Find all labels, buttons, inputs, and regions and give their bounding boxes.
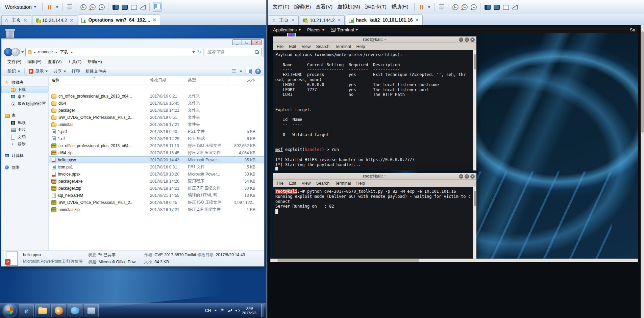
sidebar-group-收藏夹[interactable]: 收藏夹 [1,79,48,86]
minimize-button[interactable]: — [459,174,463,179]
menu-item-Terminal[interactable]: Terminal [332,180,353,186]
tab-close-icon[interactable]: ✕ [291,18,295,23]
revert-snapshot-icon[interactable]: ◂ [461,3,468,11]
close-button[interactable]: ✕ [252,39,262,45]
menu-item-帮助(H)[interactable]: 帮助(H) [85,58,104,66]
menu-item-查看(V)[interactable]: 查看(V) [45,58,65,66]
menu-item-帮助(H)[interactable]: 帮助(H) [389,3,411,11]
table-row[interactable]: SW_DVD5_Office_Professional_Plus_2...201… [49,114,264,121]
table-row[interactable]: sql_help.CHM2017/8/21 14:55编译的 HTML 帮...… [49,192,264,199]
sidebar-item-音乐[interactable]: 音乐 [1,140,48,148]
table-row[interactable]: 1.ps12017/8/16 0:40PS1 文件5 KB [49,128,264,135]
panel-clock[interactable]: Sa [630,27,635,32]
sidebar-group-计算机[interactable]: 计算机 [1,152,48,159]
organize-button[interactable]: 组织 [5,67,23,76]
manage-snapshots-icon[interactable]: ● [470,3,477,11]
terminal-output[interactable]: root@kali:~# python cve-2017-8570_toolki… [273,187,473,259]
terminal-scrollbar[interactable] [473,50,476,170]
vm-tab-10.21.144.2[interactable]: 10.21.144.2✕ [32,15,77,25]
sidebar-group-库[interactable]: 库 [1,112,48,119]
table-row[interactable]: hello.ppsx2017/8/20 14:43Microsoft Power… [49,156,264,163]
help-icon[interactable]: ? [255,69,261,74]
pause-icon[interactable] [418,3,425,11]
console-vertical-scrollbar[interactable] [641,25,644,318]
terminal-output[interactable]: Payload options (windows/meterpreter/rev… [273,50,473,170]
breadcrumb[interactable]: ▸ manage ▸ 下载 ▸ ↻ [25,48,203,56]
column-header-大小[interactable]: 大小 [228,76,258,84]
sidebar-item-文档[interactable]: 文档 [1,133,48,140]
sidebar-item-桌面[interactable]: 桌面 [1,93,48,100]
menu-item-Help[interactable]: Help [354,44,367,50]
history-dropdown-icon[interactable] [21,51,24,53]
send-ctrl-alt-del-icon[interactable] [66,3,73,11]
action-center-icon[interactable] [221,309,225,313]
sidebar-item-下载[interactable]: 下载 [1,86,48,93]
menu-item-View[interactable]: View [299,180,313,186]
tab-close-icon[interactable]: ✕ [415,17,420,23]
maximize-button[interactable]: □ [465,37,469,42]
table-row[interactable]: 1.rtf2017/8/18 12:29RTF 格式6 KB [49,135,264,142]
terminal-menu[interactable]: Terminal [331,27,358,32]
send-ctrl-alt-del-icon[interactable] [438,3,445,11]
sidebar-group-网络[interactable]: 网络 [1,164,48,171]
share-button[interactable]: 共享 [51,67,69,76]
table-row[interactable]: cn_office_professional_plus_2013_x64...2… [49,92,264,100]
search-icon[interactable] [254,50,259,54]
column-header-修改日期[interactable]: 修改日期 [147,76,185,84]
dropdown-icon[interactable] [55,3,59,11]
menu-item-Edit[interactable]: Edit [287,44,299,50]
dropdown-icon[interactable] [427,3,431,11]
maximize-button[interactable]: □ [465,174,469,179]
volume-icon[interactable] [235,309,239,313]
vm-tab-主页[interactable]: 主页✕ [1,15,31,25]
search-input[interactable]: 搜索 下载 [205,48,262,56]
menu-item-Search[interactable]: Search [314,180,332,186]
terminal-scrollbar[interactable] [473,187,476,259]
menu-item-工具(T)[interactable]: 工具(T) [65,58,84,66]
take-snapshot-icon[interactable]: + [79,3,87,11]
menu-item-Edit[interactable]: Edit [287,180,299,186]
menu-item-虚拟机(M)[interactable]: 虚拟机(M) [335,3,363,11]
print-button[interactable]: 打印 [69,67,83,76]
tab-close-icon[interactable]: ✕ [152,17,157,23]
minimize-button[interactable]: ▁ [232,39,242,45]
revert-snapshot-icon[interactable]: ◂ [89,3,96,11]
tray-overflow-icon[interactable] [214,309,218,313]
vm-tab-主页[interactable]: 主页✕ [269,15,299,25]
vm-tab-hack_kali2_10.101.101.16[interactable]: hack_kali2_10.101.101.16✕ [346,15,423,25]
menu-item-File[interactable]: File [274,44,286,50]
close-button[interactable]: ✕ [470,37,475,42]
table-row[interactable]: cn_office_professional_plus_2013_x64...2… [49,142,264,149]
table-row[interactable]: uninstall2017/8/16 17:21文件夹 [49,121,264,128]
taskbar-clock[interactable]: 0:49 2017/9/3 [242,306,256,316]
places-menu[interactable]: Places [307,27,325,32]
address-dropdown-icon[interactable] [192,51,195,53]
table-row[interactable]: Invoice.ppsx2017/8/19 13:20Microsoft Pow… [49,170,264,178]
unity-icon[interactable] [511,3,518,11]
menu-item-Terminal[interactable]: Terminal [332,44,353,50]
vm-tab-Operations_win7_64_192....[interactable]: Operations_win7_64_192....✕ [78,15,160,25]
maximize-button[interactable]: ❐ [242,39,252,45]
sidebar-item-最近访问的位置[interactable]: 最近访问的位置 [1,100,48,107]
vm-tab-10.21.144.2[interactable]: 10.21.144.2✕ [300,15,345,25]
breadcrumb-manage[interactable]: manage [37,49,54,55]
menu-item-View[interactable]: View [299,44,313,50]
library-toggle-icon[interactable] [153,3,161,10]
sidebar-item-图片[interactable]: 图片 [1,126,48,133]
new-folder-button[interactable]: 新建文件夹 [83,67,109,76]
show-button[interactable]: P 显示 [26,67,51,76]
applications-menu[interactable]: Applications [273,27,301,32]
breadcrumb-downloads[interactable]: 下载 [59,49,69,55]
menu-item-文件(F)[interactable]: 文件(F) [5,58,24,66]
column-header-类型[interactable]: 类型 [185,76,228,84]
sidebar-item-视频[interactable]: 视频 [1,119,48,126]
workstation-menu[interactable]: Workstation [3,3,39,11]
close-button[interactable]: ✕ [470,174,475,179]
table-row[interactable]: uninstall.zip2017/8/16 17:21好压 ZIP 压缩文件1… [49,206,264,213]
taskbar-cloud-app-button[interactable] [68,304,82,317]
terminal-titlebar[interactable]: root@kali: ~ — □ ✕ [273,36,476,43]
table-row[interactable]: packager2017/8/18 14:21文件夹 [49,107,264,114]
show-console-icon[interactable] [484,3,491,11]
menu-item-Search[interactable]: Search [314,44,332,50]
menu-item-文件(F)[interactable]: 文件(F) [270,3,292,11]
